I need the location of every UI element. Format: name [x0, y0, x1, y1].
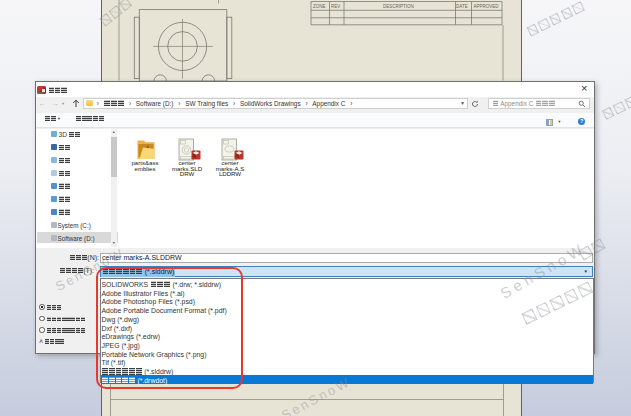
svg-text:APPROVED: APPROVED	[474, 4, 500, 9]
svg-text:DATE: DATE	[456, 4, 468, 9]
svg-text:DESCRIPTION: DESCRIPTION	[383, 4, 414, 9]
svg-text:ZONE: ZONE	[313, 4, 326, 9]
svg-text:REV: REV	[331, 4, 340, 9]
